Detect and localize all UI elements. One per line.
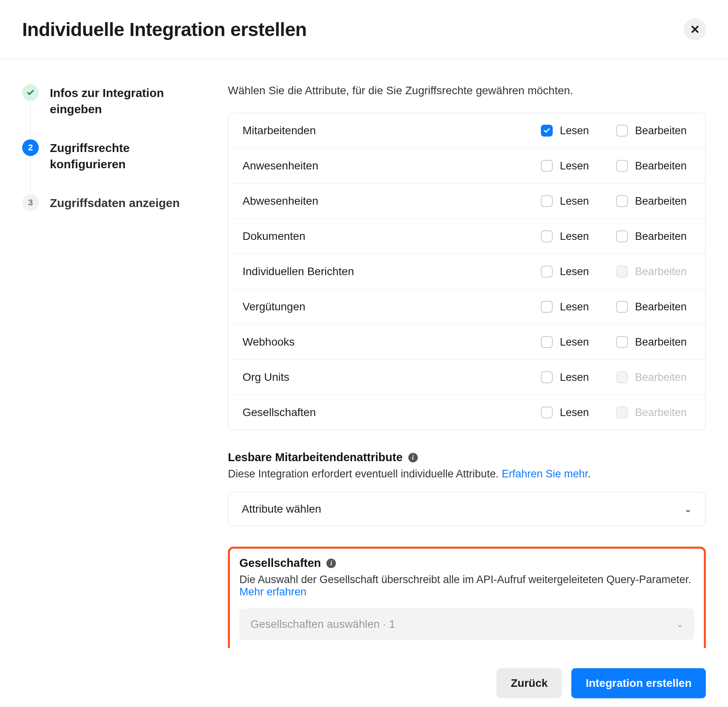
- permission-edit-option: Bearbeiten: [616, 266, 691, 278]
- read-checkbox[interactable]: [541, 301, 553, 313]
- attributes-desc-text: Diese Integration erfordert eventuell in…: [228, 468, 502, 480]
- stepper: Infos zur Integration eingeben 2 Zugriff…: [22, 84, 228, 648]
- read-label: Lesen: [560, 407, 589, 419]
- read-checkbox[interactable]: [541, 336, 553, 348]
- read-checkbox[interactable]: [541, 371, 553, 383]
- edit-label: Bearbeiten: [635, 301, 687, 313]
- permission-row: DokumentenLesenBearbeiten: [228, 219, 705, 254]
- permission-name: Gesellschaften: [243, 406, 541, 419]
- edit-checkbox[interactable]: [616, 336, 628, 348]
- permission-row: Org UnitsLesenBearbeiten: [228, 360, 705, 395]
- companies-desc: Die Auswahl der Gesellschaft überschreib…: [239, 574, 694, 598]
- permission-row: AbwesenheitenLesenBearbeiten: [228, 184, 705, 219]
- dialog-header: Individuelle Integration erstellen ✕: [0, 0, 728, 59]
- attributes-heading-row: Lesbare Mitarbeitendenattribute i: [228, 451, 418, 464]
- read-label: Lesen: [560, 230, 589, 243]
- step-1: Infos zur Integration eingeben: [22, 84, 228, 139]
- permission-read-option: Lesen: [541, 336, 616, 348]
- permission-name: Abwesenheiten: [243, 195, 541, 207]
- permission-read-option: Lesen: [541, 301, 616, 313]
- create-button[interactable]: Integration erstellen: [571, 668, 706, 698]
- dialog-title: Individuelle Integration erstellen: [22, 19, 307, 40]
- attributes-learn-more-link[interactable]: Erfahren Sie mehr: [502, 468, 588, 480]
- step-1-label: Infos zur Integration eingeben: [50, 84, 200, 117]
- permission-read-option: Lesen: [541, 407, 616, 419]
- read-checkbox[interactable]: [541, 407, 553, 418]
- companies-section: Gesellschaften i Die Auswahl der Gesells…: [228, 547, 706, 648]
- step-1-indicator: [22, 84, 39, 101]
- chevron-down-icon: ⌄: [676, 619, 683, 629]
- step-3: 3 Zugriffsdaten anzeigen: [22, 194, 228, 211]
- back-button[interactable]: Zurück: [497, 668, 562, 698]
- attributes-section: Lesbare Mitarbeitendenattribute i Diese …: [228, 451, 706, 526]
- permission-edit-option: Bearbeiten: [616, 160, 691, 172]
- permission-edit-option: Bearbeiten: [616, 301, 691, 313]
- edit-label: Bearbeiten: [635, 336, 687, 348]
- permission-name: Org Units: [243, 371, 541, 384]
- edit-checkbox[interactable]: [616, 230, 628, 242]
- permission-row: WebhooksLesenBearbeiten: [228, 325, 705, 360]
- step-3-label: Zugriffsdaten anzeigen: [50, 194, 180, 211]
- intro-text: Wählen Sie die Attribute, für die Sie Zu…: [228, 84, 706, 97]
- read-label: Lesen: [560, 125, 589, 137]
- read-checkbox[interactable]: [541, 195, 553, 207]
- step-connector: [30, 101, 31, 139]
- step-2-label: Zugriffsrechte konfigurieren: [50, 139, 200, 172]
- permission-edit-option: Bearbeiten: [616, 230, 691, 243]
- info-icon[interactable]: i: [408, 453, 418, 462]
- edit-checkbox[interactable]: [616, 301, 628, 313]
- edit-checkbox[interactable]: [616, 160, 628, 172]
- edit-checkbox: [616, 407, 628, 418]
- close-button[interactable]: ✕: [684, 18, 706, 40]
- edit-label: Bearbeiten: [635, 371, 687, 384]
- edit-checkbox[interactable]: [616, 195, 628, 207]
- permission-name: Dokumenten: [243, 230, 541, 243]
- permission-edit-option: Bearbeiten: [616, 336, 691, 348]
- step-3-indicator: 3: [22, 194, 39, 211]
- read-label: Lesen: [560, 195, 589, 207]
- permission-row: MitarbeitendenLesenBearbeiten: [228, 113, 705, 148]
- main-content: Wählen Sie die Attribute, für die Sie Zu…: [228, 84, 706, 648]
- punct: .: [588, 468, 591, 480]
- read-checkbox[interactable]: [541, 266, 553, 277]
- permission-read-option: Lesen: [541, 160, 616, 172]
- attributes-select[interactable]: Attribute wählen ⌄: [228, 492, 706, 526]
- permission-read-option: Lesen: [541, 230, 616, 243]
- edit-label: Bearbeiten: [635, 195, 687, 207]
- permission-row: AnwesenheitenLesenBearbeiten: [228, 148, 705, 184]
- permission-edit-option: Bearbeiten: [616, 371, 691, 384]
- edit-checkbox[interactable]: [616, 125, 628, 137]
- permission-name: Mitarbeitenden: [243, 124, 541, 137]
- permission-row: VergütungenLesenBearbeiten: [228, 289, 705, 325]
- permissions-table: MitarbeitendenLesenBearbeitenAnwesenheit…: [228, 113, 706, 430]
- edit-label: Bearbeiten: [635, 230, 687, 243]
- edit-checkbox: [616, 266, 628, 277]
- read-checkbox[interactable]: [541, 160, 553, 172]
- read-label: Lesen: [560, 336, 589, 348]
- read-label: Lesen: [560, 301, 589, 313]
- permission-read-option: Lesen: [541, 125, 616, 137]
- permission-edit-option: Bearbeiten: [616, 125, 691, 137]
- step-2-indicator: 2: [22, 139, 39, 156]
- close-icon: ✕: [690, 23, 700, 36]
- attributes-select-label: Attribute wählen: [242, 503, 321, 515]
- checkmark-icon: [27, 89, 34, 97]
- permission-read-option: Lesen: [541, 195, 616, 207]
- step-connector: [30, 156, 31, 194]
- permission-name: Vergütungen: [243, 300, 541, 313]
- edit-label: Bearbeiten: [635, 125, 687, 137]
- companies-heading-row: Gesellschaften i: [239, 557, 336, 570]
- companies-desc-text: Die Auswahl der Gesellschaft überschreib…: [239, 574, 691, 585]
- attributes-heading: Lesbare Mitarbeitendenattribute: [228, 451, 403, 464]
- companies-select[interactable]: Gesellschaften auswählen · 1 ⌄: [239, 608, 694, 640]
- edit-label: Bearbeiten: [635, 266, 687, 278]
- permission-name: Individuellen Berichten: [243, 265, 541, 278]
- read-checkbox[interactable]: [541, 125, 553, 137]
- permission-read-option: Lesen: [541, 266, 616, 278]
- permission-name: Webhooks: [243, 336, 541, 348]
- info-icon[interactable]: i: [326, 559, 336, 568]
- companies-learn-more-link[interactable]: Mehr erfahren: [239, 586, 307, 598]
- read-checkbox[interactable]: [541, 230, 553, 242]
- read-label: Lesen: [560, 371, 589, 384]
- step-2: 2 Zugriffsrechte konfigurieren: [22, 139, 228, 194]
